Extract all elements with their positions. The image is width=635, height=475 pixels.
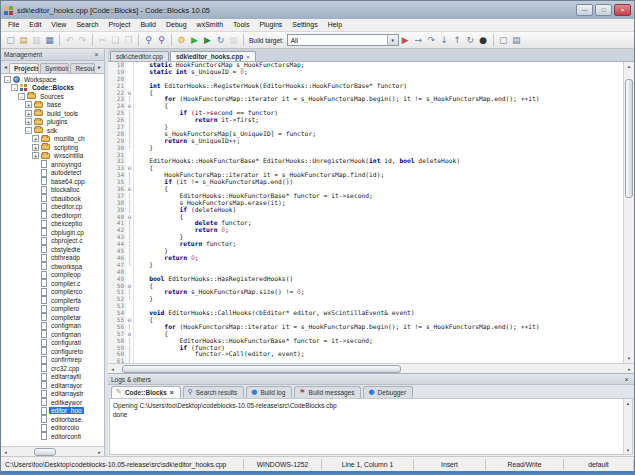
editor-horizontal-scrollbar[interactable]: ◂ ▸ [108,363,634,373]
save-icon[interactable]: ▥ [30,33,43,47]
tree-item[interactable]: cbeditor.cp [1,203,104,212]
collapse-icon[interactable]: - [18,93,25,100]
tree-item[interactable]: compileop [1,271,104,280]
tab-scroll-right-icon[interactable]: ▸ [96,62,103,73]
tree-item[interactable]: cbexceptio [1,220,104,229]
tree-item[interactable]: editkeywor [1,398,104,407]
expand-icon[interactable]: + [32,152,39,159]
log-tab-debugger[interactable]: ●Debugger [363,386,413,398]
tree-horizontal-scrollbar[interactable]: ◂ ▸ [1,446,104,456]
tree-item[interactable]: cbworkspa [1,262,104,271]
fold-collapse-icon[interactable]: ⊟ [126,331,134,338]
redo-icon[interactable]: ↷ [76,33,89,47]
tree-item[interactable]: base64.cpp [1,177,104,186]
tree-item[interactable]: cbauibook [1,194,104,203]
tree-item[interactable]: +scripting [1,143,104,152]
expand-icon[interactable]: + [25,101,32,108]
tree-item[interactable]: -Workspace [1,75,104,84]
menu-item-file[interactable]: File [3,19,24,31]
tree-item[interactable]: +mozilla_ch [1,135,104,144]
various-info-icon[interactable]: ▤ [510,33,523,47]
minimize-button[interactable]: — [576,4,593,16]
collapse-icon[interactable]: - [25,127,32,134]
chevron-down-icon[interactable]: ▾ [387,35,398,45]
tree-item[interactable]: cbstyledte [1,245,104,254]
menu-item-help[interactable]: Help [323,19,347,31]
tree-item[interactable]: editarrayor [1,381,104,390]
menu-item-wxsmith[interactable]: wxSmith [192,19,228,31]
tree-item[interactable]: configureto [1,347,104,356]
tab-scroll-left-icon[interactable]: ◂ [2,62,9,73]
tree-item[interactable]: editorconfi [1,432,104,441]
new-file-icon[interactable]: ▢ [4,33,17,47]
close-icon[interactable]: × [622,376,631,383]
build-target-combo[interactable]: All ▾ [287,34,399,46]
tree-item[interactable]: editor_hoo [1,407,104,416]
collapse-icon[interactable]: - [11,84,18,91]
editor-vscroll-track[interactable] [624,71,634,354]
close-icon[interactable]: × [246,54,250,60]
find-icon[interactable]: ⚲ [142,33,155,47]
tree-item[interactable]: compiler.c [1,279,104,288]
editor-tab[interactable]: sdk\cbeditor.cpp [110,51,169,61]
menu-item-edit[interactable]: Edit [24,19,46,31]
tree-item[interactable]: cbproject.c [1,237,104,246]
editor-hscroll-thumb[interactable] [122,365,401,373]
tree-item[interactable]: editorcolo [1,424,104,433]
editor-vertical-scrollbar[interactable]: ▴ ▾ [623,62,634,363]
paste-icon[interactable]: ❐ [122,33,135,47]
tree-item[interactable]: +plugins [1,118,104,127]
tree-item[interactable]: compilerco [1,288,104,297]
menu-item-tools[interactable]: Tools [228,19,254,31]
editor-vscroll-thumb[interactable] [625,79,633,198]
next-line-icon[interactable]: ↷ [425,33,438,47]
tree-item[interactable]: -sdk [1,126,104,135]
tree-item[interactable]: autodetect [1,169,104,178]
tree-item[interactable]: editarraystr [1,390,104,399]
menu-item-debug[interactable]: Debug [161,19,192,31]
compile-icon[interactable]: ⚙ [175,33,188,47]
scroll-up-icon[interactable]: ▴ [624,62,634,71]
expand-icon[interactable]: + [32,135,39,142]
scroll-right-icon[interactable]: ▸ [625,366,634,372]
fold-collapse-icon[interactable]: ⊟ [126,186,134,193]
run-to-cursor-icon[interactable]: → [412,33,425,47]
find-in-files-icon[interactable]: ⚲ [155,33,168,47]
log-vertical-scrollbar[interactable]: ▴ ▾ [623,399,632,454]
editor-hscroll-track[interactable] [117,365,625,373]
tree-item[interactable]: cbplugin.cp [1,228,104,237]
open-file-icon[interactable]: ▤ [17,33,30,47]
tree-item[interactable]: cbthreadp [1,254,104,263]
step-into-icon[interactable]: ↓ [438,33,451,47]
tree-item[interactable]: editarrayfil [1,373,104,382]
build-and-run-icon[interactable]: ▶ [201,33,214,47]
tree-item[interactable]: blockalloc [1,186,104,195]
menu-item-project[interactable]: Project [104,19,136,31]
scroll-right-icon[interactable]: ▸ [95,449,104,455]
log-tab-build-messages[interactable]: ⚑Build messages [294,386,361,398]
project-tree[interactable]: -Workspace-Code::Blocks-Sources+base+bui… [1,74,104,446]
scroll-left-icon[interactable]: ◂ [1,449,10,455]
next-instruction-icon[interactable]: ↻ [464,33,477,47]
tree-item[interactable]: annoyingd [1,160,104,169]
tree-item[interactable]: compilerfa [1,296,104,305]
titlebar[interactable]: sdk\editor_hooks.cpp [Code::Blocks] - Co… [1,1,634,19]
tree-item[interactable]: -Sources [1,92,104,101]
tree-item[interactable]: compilero [1,305,104,314]
maximize-button[interactable]: □ [595,4,612,16]
menu-item-plugins[interactable]: Plugins [254,19,287,31]
tree-item[interactable]: configurati [1,339,104,348]
expand-icon[interactable]: + [25,118,32,125]
scroll-down-icon[interactable]: ▾ [624,446,632,454]
debugging-windows-icon[interactable]: ▢ [497,33,510,47]
collapse-icon[interactable]: - [4,76,11,83]
editor-tab[interactable]: sdk\editor_hooks.cpp× [170,51,256,61]
rebuild-icon[interactable]: ↻ [214,33,227,47]
tree-item[interactable]: +base [1,101,104,110]
tree-item[interactable]: cbeditorpri [1,211,104,220]
scroll-up-icon[interactable]: ▴ [624,399,632,407]
tree-item[interactable]: confirmrep [1,356,104,365]
abort-build-icon[interactable]: ▦ [227,33,240,47]
tree-item[interactable]: editorbase. [1,415,104,424]
menu-item-build[interactable]: Build [135,19,161,31]
